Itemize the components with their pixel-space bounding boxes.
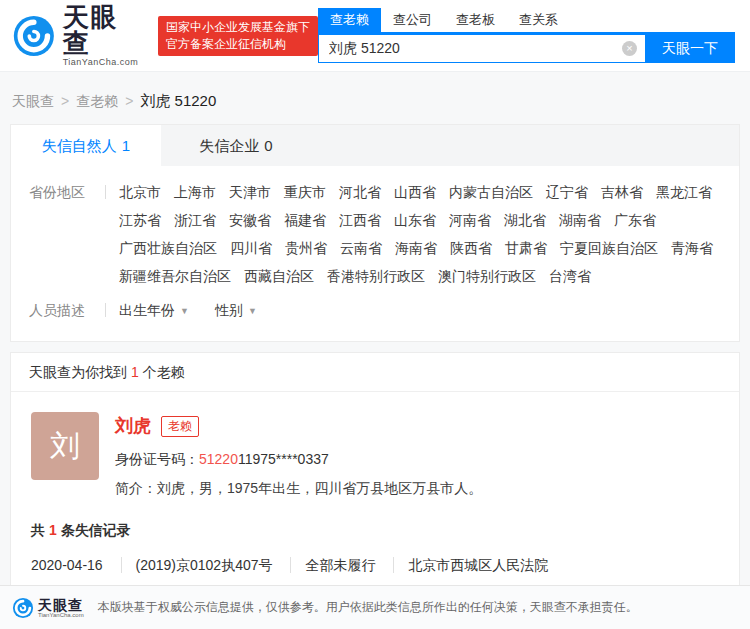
region-filter-row: 省份地区 北京市上海市天津市重庆市河北省山西省内蒙古自治区辽宁省吉林省黑龙江省江… bbox=[29, 178, 723, 290]
result-tab-label: 失信自然人 bbox=[42, 137, 117, 154]
region-filter-link[interactable]: 广东省 bbox=[614, 206, 656, 234]
region-filter-label: 省份地区 bbox=[29, 178, 89, 290]
region-filter-link[interactable]: 上海市 bbox=[174, 178, 216, 206]
laolai-badge: 老赖 bbox=[161, 416, 199, 437]
region-filter-link[interactable]: 天津市 bbox=[229, 178, 271, 206]
intro-label: 简介： bbox=[115, 480, 157, 496]
footer-logo-name: 天眼查 bbox=[38, 598, 84, 612]
region-filter-link[interactable]: 江苏省 bbox=[119, 206, 161, 234]
logo-subtext: TianYanCha.com bbox=[63, 57, 146, 67]
region-filter-link[interactable]: 浙江省 bbox=[174, 206, 216, 234]
record-count: 1 bbox=[49, 522, 57, 538]
region-row: 江苏省浙江省安徽省福建省江西省山东省河南省湖北省湖南省广东省 bbox=[119, 206, 726, 234]
region-filter-link[interactable]: 青海省 bbox=[671, 234, 713, 262]
region-filter-link[interactable]: 山西省 bbox=[394, 178, 436, 206]
person-filter-row: 人员描述 出生年份▼ 性别▼ bbox=[29, 296, 723, 325]
region-filter-link[interactable]: 安徽省 bbox=[229, 206, 271, 234]
region-filter-link[interactable]: 甘肃省 bbox=[505, 234, 547, 262]
region-row: 北京市上海市天津市重庆市河北省山西省内蒙古自治区辽宁省吉林省黑龙江省 bbox=[119, 178, 726, 206]
record-date: 2020-04-16 bbox=[31, 557, 103, 573]
result-tab[interactable]: 失信企业0 bbox=[161, 125, 311, 166]
region-row: 新疆维吾尔自治区西藏自治区香港特别行政区澳门特别行政区台湾省 bbox=[119, 262, 726, 290]
search-input[interactable] bbox=[318, 34, 645, 63]
search-row: × 天眼一下 bbox=[318, 34, 735, 63]
region-filter-link[interactable]: 广西壮族自治区 bbox=[119, 234, 217, 262]
caret-down-icon: ▼ bbox=[180, 306, 189, 316]
filter-divider bbox=[105, 185, 106, 199]
search-tab[interactable]: 查关系 bbox=[507, 8, 570, 32]
header: 天眼查 TianYanCha.com 国家中小企业发展基金旗下 官方备案企业征信… bbox=[0, 0, 750, 72]
person-info: 刘虎 老赖 身份证号码：5122011975****0337 简介：刘虎，男，1… bbox=[115, 412, 482, 498]
logo-text-block: 天眼查 TianYanCha.com bbox=[63, 4, 146, 67]
record-count-prefix: 共 bbox=[31, 522, 45, 538]
search-tab[interactable]: 查公司 bbox=[381, 8, 444, 32]
gov-badge-line2: 官方备案企业征信机构 bbox=[166, 36, 310, 53]
region-filter-link[interactable]: 北京市 bbox=[119, 178, 161, 206]
breadcrumb: 天眼查>查老赖>刘虎 51220 bbox=[12, 92, 750, 111]
region-filter-link[interactable]: 辽宁省 bbox=[546, 178, 588, 206]
tianyancha-logo-icon bbox=[12, 597, 34, 619]
filter-dropdown[interactable]: 出生年份▼ bbox=[119, 296, 189, 325]
region-filter-link[interactable]: 湖南省 bbox=[559, 206, 601, 234]
region-filter-link[interactable]: 山东省 bbox=[394, 206, 436, 234]
region-filter-link[interactable]: 河南省 bbox=[449, 206, 491, 234]
clear-icon[interactable]: × bbox=[622, 41, 637, 56]
result-tab-label: 失信企业 bbox=[199, 137, 259, 154]
search-tab[interactable]: 查老板 bbox=[444, 8, 507, 32]
filter-content: 省份地区 北京市上海市天津市重庆市河北省山西省内蒙古自治区辽宁省吉林省黑龙江省江… bbox=[11, 166, 739, 341]
region-filter-link[interactable]: 吉林省 bbox=[601, 178, 643, 206]
record-count-line: 共1条失信记录 bbox=[31, 522, 739, 540]
gov-badge-line1: 国家中小企业发展基金旗下 bbox=[166, 19, 310, 36]
footer-logo[interactable]: 天眼查 TianYanCha.com bbox=[12, 597, 84, 619]
region-filter-link[interactable]: 福建省 bbox=[284, 206, 326, 234]
region-filter-link[interactable]: 重庆市 bbox=[284, 178, 326, 206]
results-summary: 天眼查为你找到1个老赖 bbox=[11, 353, 739, 392]
region-filter-link[interactable]: 四川省 bbox=[230, 234, 272, 262]
breadcrumb-item[interactable]: 天眼查 bbox=[12, 93, 54, 109]
search-button[interactable]: 天眼一下 bbox=[645, 34, 735, 63]
region-rows: 北京市上海市天津市重庆市河北省山西省内蒙古自治区辽宁省吉林省黑龙江省江苏省浙江省… bbox=[119, 178, 726, 290]
region-filter-link[interactable]: 河北省 bbox=[339, 178, 381, 206]
region-row: 广西壮族自治区四川省贵州省云南省海南省陕西省甘肃省宁夏回族自治区青海省 bbox=[119, 234, 726, 262]
region-filter-link[interactable]: 新疆维吾尔自治区 bbox=[119, 262, 231, 290]
filter-dropdown[interactable]: 性别▼ bbox=[215, 296, 257, 325]
person-name[interactable]: 刘虎 bbox=[115, 414, 151, 438]
region-filter-link[interactable]: 黑龙江省 bbox=[656, 178, 712, 206]
intro-row: 简介：刘虎，男，1975年出生，四川省万县地区万县市人。 bbox=[115, 480, 482, 498]
region-filter-link[interactable]: 台湾省 bbox=[549, 262, 591, 290]
id-number-highlight: 51220 bbox=[199, 451, 238, 467]
region-filter-link[interactable]: 西藏自治区 bbox=[244, 262, 314, 290]
region-filter-link[interactable]: 贵州省 bbox=[285, 234, 327, 262]
tianyancha-logo-icon bbox=[12, 14, 56, 58]
region-filter-link[interactable]: 云南省 bbox=[340, 234, 382, 262]
record-court: 北京市西城区人民法院 bbox=[393, 557, 548, 573]
result-tab-count: 0 bbox=[264, 137, 272, 154]
breadcrumb-separator: > bbox=[61, 93, 69, 109]
avatar[interactable]: 刘 bbox=[31, 412, 99, 480]
result-tab[interactable]: 失信自然人1 bbox=[11, 125, 161, 166]
filter-dropdown-label: 出生年份 bbox=[119, 302, 175, 318]
region-filter-link[interactable]: 陕西省 bbox=[450, 234, 492, 262]
person-name-row: 刘虎 老赖 bbox=[115, 414, 482, 438]
id-number-label: 身份证号码： bbox=[115, 451, 199, 467]
record-case-number: (2019)京0102执407号 bbox=[121, 557, 273, 573]
footer-logo-text-block: 天眼查 TianYanCha.com bbox=[38, 598, 84, 618]
region-filter-link[interactable]: 内蒙古自治区 bbox=[449, 178, 533, 206]
person-filters: 出生年份▼ 性别▼ bbox=[119, 296, 723, 325]
footer: 天眼查 TianYanCha.com 本版块基于权威公示信息提供，仅供参考。用户… bbox=[0, 585, 750, 629]
search-block: 查老赖 查公司 查老板 查关系 × 天眼一下 bbox=[318, 8, 735, 63]
breadcrumb-item: 刘虎 51220 bbox=[140, 92, 216, 109]
region-filter-link[interactable]: 江西省 bbox=[339, 206, 381, 234]
search-tab[interactable]: 查老赖 bbox=[318, 8, 381, 32]
region-filter-link[interactable]: 湖北省 bbox=[504, 206, 546, 234]
breadcrumb-separator: > bbox=[125, 93, 133, 109]
region-filter-link[interactable]: 宁夏回族自治区 bbox=[560, 234, 658, 262]
region-filter-link[interactable]: 澳门特别行政区 bbox=[438, 262, 536, 290]
tianyancha-logo[interactable]: 天眼查 TianYanCha.com bbox=[12, 4, 146, 67]
person-result-item: 刘 刘虎 老赖 身份证号码：5122011975****0337 简介：刘虎，男… bbox=[11, 392, 739, 498]
footer-logo-subtext: TianYanCha.com bbox=[38, 612, 84, 618]
region-filter-link[interactable]: 海南省 bbox=[395, 234, 437, 262]
region-filter-link[interactable]: 香港特别行政区 bbox=[327, 262, 425, 290]
summary-prefix: 天眼查为你找到 bbox=[29, 364, 127, 380]
breadcrumb-item[interactable]: 查老赖 bbox=[76, 93, 118, 109]
